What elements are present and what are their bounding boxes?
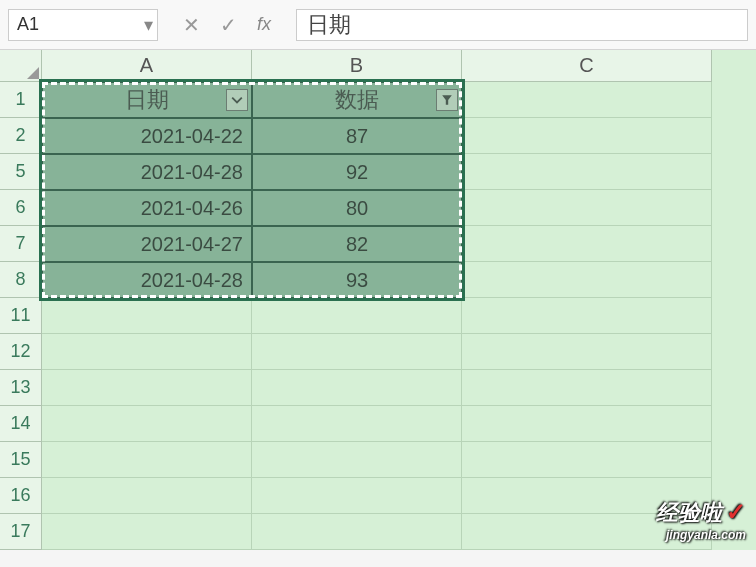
table-row: 12 <box>0 334 756 370</box>
table-row: 2 2021-04-22 87 <box>0 118 756 154</box>
column-header-a[interactable]: A <box>42 50 252 82</box>
cell-date[interactable]: 2021-04-26 <box>42 190 252 226</box>
cell[interactable] <box>462 406 712 442</box>
cell[interactable] <box>462 190 712 226</box>
watermark-url: jingyanla.com <box>656 528 746 542</box>
formula-bar: A1 ▾ ✕ ✓ fx 日期 <box>0 0 756 50</box>
column-header-b[interactable]: B <box>252 50 462 82</box>
cell[interactable] <box>462 118 712 154</box>
row-header[interactable]: 2 <box>0 118 42 154</box>
cell-date[interactable]: 2021-04-27 <box>42 226 252 262</box>
fx-icon[interactable]: fx <box>257 14 271 35</box>
cell[interactable] <box>42 514 252 550</box>
select-all-corner[interactable] <box>0 50 42 82</box>
cell[interactable] <box>252 334 462 370</box>
table-row: 17 <box>0 514 756 550</box>
spreadsheet: A B C 1 日期 数据 2 2021-04-22 87 5 2021-04-… <box>0 50 756 550</box>
table-row: 8 2021-04-28 93 <box>0 262 756 298</box>
cell[interactable] <box>252 370 462 406</box>
filter-dropdown-icon[interactable] <box>226 89 248 111</box>
table-row: 16 <box>0 478 756 514</box>
row-header[interactable]: 15 <box>0 442 42 478</box>
table-row: 1 日期 数据 <box>0 82 756 118</box>
cell[interactable] <box>42 370 252 406</box>
row-header[interactable]: 1 <box>0 82 42 118</box>
cell-value[interactable]: 87 <box>252 118 462 154</box>
cell-date[interactable]: 2021-04-28 <box>42 262 252 298</box>
table-row: 13 <box>0 370 756 406</box>
formula-buttons: ✕ ✓ fx <box>173 13 281 37</box>
cell-reference: A1 <box>17 14 39 35</box>
cell[interactable] <box>252 514 462 550</box>
cell[interactable] <box>252 298 462 334</box>
row-header[interactable]: 13 <box>0 370 42 406</box>
table-header-value[interactable]: 数据 <box>252 82 462 118</box>
cell[interactable] <box>462 334 712 370</box>
cell-date[interactable]: 2021-04-22 <box>42 118 252 154</box>
check-icon: ✓ <box>726 498 746 525</box>
row-header[interactable]: 14 <box>0 406 42 442</box>
watermark-text: 经验啦 <box>656 500 722 525</box>
table-row: 6 2021-04-26 80 <box>0 190 756 226</box>
formula-input[interactable]: 日期 <box>296 9 748 41</box>
cell[interactable] <box>462 82 712 118</box>
cell[interactable] <box>462 298 712 334</box>
cell[interactable] <box>42 442 252 478</box>
cell[interactable] <box>42 406 252 442</box>
cell[interactable] <box>252 442 462 478</box>
table-row: 7 2021-04-27 82 <box>0 226 756 262</box>
row-header[interactable]: 6 <box>0 190 42 226</box>
table-row: 15 <box>0 442 756 478</box>
cell-value[interactable]: 82 <box>252 226 462 262</box>
cell[interactable] <box>462 226 712 262</box>
cell-value[interactable]: 93 <box>252 262 462 298</box>
cell[interactable] <box>252 406 462 442</box>
cell[interactable] <box>462 442 712 478</box>
row-header[interactable]: 17 <box>0 514 42 550</box>
cell[interactable] <box>462 154 712 190</box>
row-header[interactable]: 7 <box>0 226 42 262</box>
table-row: 5 2021-04-28 92 <box>0 154 756 190</box>
cell[interactable] <box>462 370 712 406</box>
table-row: 11 <box>0 298 756 334</box>
cell[interactable] <box>42 298 252 334</box>
formula-value: 日期 <box>307 10 351 40</box>
column-header-c[interactable]: C <box>462 50 712 82</box>
watermark: 经验啦 ✓ jingyanla.com <box>656 498 746 542</box>
cancel-icon[interactable]: ✕ <box>183 13 200 37</box>
table-header-date[interactable]: 日期 <box>42 82 252 118</box>
cell[interactable] <box>42 478 252 514</box>
confirm-icon[interactable]: ✓ <box>220 13 237 37</box>
cell-date[interactable]: 2021-04-28 <box>42 154 252 190</box>
cell[interactable] <box>252 478 462 514</box>
name-box[interactable]: A1 ▾ <box>8 9 158 41</box>
column-header-row: A B C <box>0 50 756 82</box>
row-header[interactable]: 12 <box>0 334 42 370</box>
cell-value[interactable]: 92 <box>252 154 462 190</box>
row-header[interactable]: 5 <box>0 154 42 190</box>
cell[interactable] <box>42 334 252 370</box>
cell-value[interactable]: 80 <box>252 190 462 226</box>
row-header[interactable]: 8 <box>0 262 42 298</box>
row-header[interactable]: 16 <box>0 478 42 514</box>
cell[interactable] <box>462 262 712 298</box>
dropdown-icon[interactable]: ▾ <box>144 14 153 36</box>
table-row: 14 <box>0 406 756 442</box>
row-header[interactable]: 11 <box>0 298 42 334</box>
filter-active-icon[interactable] <box>436 89 458 111</box>
